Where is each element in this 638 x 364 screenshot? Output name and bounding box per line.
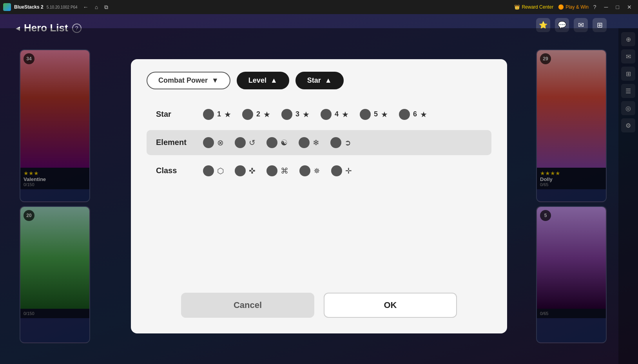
element-water-icon: ↺: [249, 138, 256, 147]
element-fire-icon: ⊗: [217, 138, 224, 147]
combat-power-filter-button[interactable]: Combat Power ▼: [147, 72, 230, 89]
element-radio-5: [330, 137, 341, 148]
class-option-1[interactable]: ⬡: [203, 165, 224, 176]
level-chevron-icon: ▲: [270, 76, 277, 85]
star-option-5[interactable]: 5 ★: [360, 109, 388, 120]
filter-row: Combat Power ▼ Level ▲ Star ▲: [147, 72, 491, 89]
star-number-5: 5: [374, 110, 378, 118]
app-name: BlueStacks 2: [14, 4, 44, 10]
star-filter-button[interactable]: Star ▲: [295, 72, 344, 89]
class-priest-icon: ✛: [345, 166, 352, 176]
element-radio-3: [266, 137, 277, 148]
class-ranger-icon: ✵: [314, 166, 320, 176]
star-option-3[interactable]: 3 ★: [281, 109, 310, 120]
star-radio-6: [399, 109, 410, 120]
minimize-button[interactable]: ─: [601, 3, 611, 11]
modal-overlay: Combat Power ▼ Level ▲ Star ▲ Star: [0, 28, 638, 364]
element-option-2[interactable]: ↺: [235, 137, 256, 148]
star-option-4[interactable]: 4 ★: [321, 109, 349, 120]
star-icon-3: ★: [303, 110, 310, 119]
reward-center-button[interactable]: 👑 Reward Center: [514, 4, 553, 10]
star-radio-3: [281, 109, 292, 120]
titlebar-right: 👑 Reward Center 🟠 Play & Win ? ─ □ ✕: [514, 3, 635, 11]
nav-window-button[interactable]: ⧉: [102, 3, 111, 11]
star-radio-4: [321, 109, 332, 120]
element-section-row: Element ⊗ ↺ ☯: [147, 130, 491, 155]
sort-filter-modal: Combat Power ▼ Level ▲ Star ▲ Star: [131, 59, 507, 333]
star-option-2[interactable]: 2 ★: [242, 109, 270, 120]
combat-power-label: Combat Power: [158, 76, 208, 85]
class-radio-2: [235, 165, 246, 176]
element-dark-icon: ➲: [344, 138, 351, 147]
star-section-row: Star 1 ★ 2 ★ 3 ★: [147, 102, 491, 127]
class-option-3[interactable]: ⌘: [266, 165, 288, 176]
nav-back-button[interactable]: ←: [81, 3, 91, 11]
play-win-icon: 🟠: [558, 4, 564, 10]
element-ice-icon: ❄: [313, 138, 319, 147]
class-option-2[interactable]: ✜: [235, 165, 256, 176]
element-radio-2: [235, 137, 246, 148]
button-row: Cancel OK: [147, 269, 491, 318]
element-option-1[interactable]: ⊗: [203, 137, 224, 148]
star-section-label: Star: [156, 110, 203, 119]
app-version: 5.10.20.1002 P64: [47, 5, 78, 9]
reward-crown-icon: 👑: [514, 4, 520, 10]
class-options: ⬡ ✜ ⌘ ✵ ✛: [203, 165, 482, 176]
star-radio-1: [203, 109, 214, 120]
star-options: 1 ★ 2 ★ 3 ★ 4: [203, 109, 482, 120]
titlebar-nav: ← ⌂ ⧉: [81, 3, 111, 11]
star-icon-4: ★: [342, 110, 349, 119]
level-filter-button[interactable]: Level ▲: [237, 72, 289, 89]
star-icon-5: ★: [381, 110, 388, 119]
ok-button[interactable]: OK: [324, 293, 457, 318]
class-section-row: Class ⬡ ✜ ⌘ ✵: [147, 158, 491, 183]
class-option-5[interactable]: ✛: [331, 165, 352, 176]
star-icon-2: ★: [263, 110, 270, 119]
combat-power-chevron-icon: ▼: [212, 76, 219, 85]
star-number-1: 1: [217, 110, 221, 118]
class-guardian-icon: ⬡: [217, 166, 224, 176]
class-option-4[interactable]: ✵: [299, 165, 320, 176]
star-number-6: 6: [413, 110, 417, 118]
element-radio-4: [299, 137, 310, 148]
class-mage-icon: ⌘: [281, 166, 288, 176]
class-radio-3: [266, 165, 277, 176]
nav-home-button[interactable]: ⌂: [92, 3, 100, 11]
star-number-3: 3: [295, 110, 299, 118]
app-icon: [3, 3, 11, 11]
class-warrior-icon: ✜: [249, 166, 256, 176]
star-option-6[interactable]: 6 ★: [399, 109, 427, 120]
star-radio-2: [242, 109, 253, 120]
titlebar: BlueStacks 2 5.10.20.1002 P64 ← ⌂ ⧉ 👑 Re…: [0, 0, 638, 14]
play-win-button[interactable]: 🟠 Play & Win: [558, 4, 589, 10]
class-radio-4: [299, 165, 310, 176]
star-radio-5: [360, 109, 371, 120]
element-options: ⊗ ↺ ☯ ❄ ➲: [203, 137, 482, 148]
star-number-4: 4: [335, 110, 339, 118]
help-button[interactable]: ?: [593, 4, 596, 10]
class-radio-1: [203, 165, 214, 176]
close-button[interactable]: ✕: [624, 3, 635, 11]
level-label: Level: [248, 76, 266, 85]
element-wind-icon: ☯: [281, 138, 288, 147]
star-number-2: 2: [256, 110, 260, 118]
star-icon-1: ★: [224, 110, 231, 119]
element-radio-1: [203, 137, 214, 148]
titlebar-left: BlueStacks 2 5.10.20.1002 P64 ← ⌂ ⧉: [3, 3, 111, 11]
class-section-label: Class: [156, 166, 203, 175]
titlebar-controls: ─ □ ✕: [601, 3, 635, 11]
maximize-button[interactable]: □: [613, 3, 622, 11]
star-label: Star: [307, 76, 321, 85]
star-chevron-icon: ▲: [325, 76, 332, 85]
game-area: ◂ Hero List ? ⭐ 💬 ✉ ⊞ 34 ★★★ Valentine 0…: [0, 14, 638, 364]
element-option-5[interactable]: ➲: [330, 137, 351, 148]
cancel-button[interactable]: Cancel: [181, 293, 314, 318]
element-section-label: Element: [156, 138, 203, 147]
star-icon-6: ★: [420, 110, 427, 119]
class-radio-5: [331, 165, 342, 176]
star-option-1[interactable]: 1 ★: [203, 109, 231, 120]
element-option-3[interactable]: ☯: [266, 137, 288, 148]
element-option-4[interactable]: ❄: [299, 137, 319, 148]
